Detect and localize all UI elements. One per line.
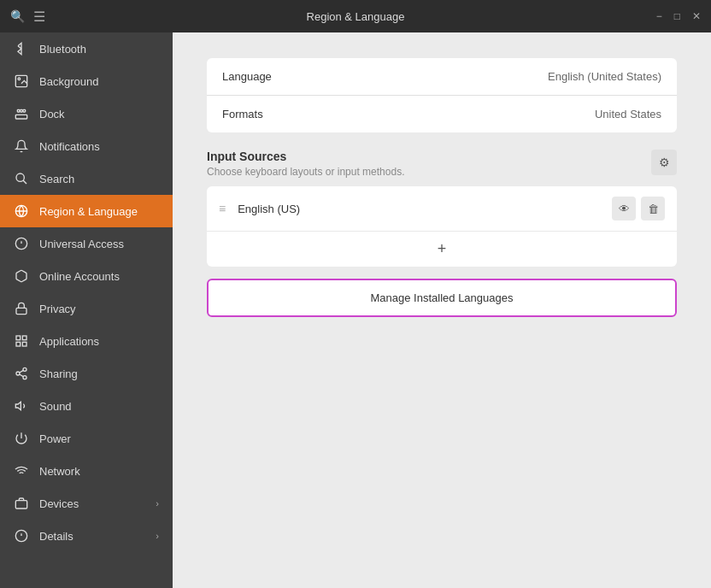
sound-icon	[14, 398, 29, 414]
svg-rect-3	[17, 109, 20, 112]
sidebar-item-power[interactable]: Power	[0, 422, 173, 455]
background-icon	[14, 74, 29, 89]
input-source-preview-button[interactable]: 👁	[612, 197, 636, 220]
sidebar-item-details[interactable]: Details›	[0, 520, 173, 552]
online-accounts-icon	[14, 268, 29, 284]
window-controls: − □ ✕	[656, 11, 701, 21]
app-body: BluetoothBackgroundDockNotificationsSear…	[0, 32, 711, 588]
universal-access-icon	[14, 236, 29, 251]
input-source-actions: 👁 🗑	[612, 197, 665, 220]
sidebar-item-label-power: Power	[39, 432, 71, 445]
sidebar-item-sharing[interactable]: Sharing	[0, 357, 173, 390]
details-icon	[14, 528, 29, 544]
svg-line-20	[20, 374, 24, 377]
sidebar-item-background[interactable]: Background	[0, 65, 173, 97]
close-button[interactable]: ✕	[692, 11, 701, 21]
minimize-button[interactable]: −	[656, 11, 662, 21]
svg-rect-14	[22, 336, 26, 340]
input-sources-header: Input Sources Choose keyboard layouts or…	[207, 150, 677, 178]
svg-point-19	[23, 376, 26, 379]
language-label: Language	[222, 70, 272, 83]
window-title: Region & Language	[307, 10, 405, 23]
formats-label: Formats	[222, 108, 263, 121]
sidebar-item-dock[interactable]: Dock	[0, 97, 173, 130]
input-sources-gear-button[interactable]: ⚙	[651, 150, 677, 175]
sidebar-item-label-devices: Devices	[39, 497, 79, 510]
svg-point-1	[18, 78, 21, 80]
sidebar-item-label-privacy: Privacy	[39, 303, 76, 315]
titlebar-menu-button[interactable]: ☰	[33, 9, 45, 25]
manage-installed-languages-button[interactable]: Manage Installed Languages	[207, 279, 677, 317]
content-area: Language English (United States) Formats…	[173, 32, 711, 588]
sidebar-item-online-accounts[interactable]: Online Accounts	[0, 260, 173, 292]
titlebar-left: 🔍 ☰	[10, 9, 45, 25]
formats-row[interactable]: Formats United States	[207, 96, 677, 132]
sidebar-item-label-sound: Sound	[39, 400, 72, 413]
svg-point-6	[16, 173, 24, 181]
trash-icon: 🗑	[648, 203, 659, 215]
svg-point-17	[23, 368, 26, 371]
applications-icon	[14, 333, 29, 349]
bluetooth-icon	[14, 41, 29, 56]
details-chevron-icon: ›	[156, 531, 159, 541]
sidebar-item-region-language[interactable]: Region & Language	[0, 195, 173, 227]
svg-point-18	[16, 372, 20, 375]
language-formats-card: Language English (United States) Formats…	[207, 58, 677, 132]
svg-rect-15	[16, 342, 21, 346]
input-sources-title: Input Sources	[207, 150, 404, 163]
sidebar-item-label-sharing: Sharing	[39, 368, 78, 380]
sidebar-item-sound[interactable]: Sound	[0, 390, 173, 422]
language-value: English (United States)	[548, 70, 661, 83]
devices-chevron-icon: ›	[156, 498, 159, 509]
sidebar-item-search[interactable]: Search	[0, 162, 173, 195]
sidebar-item-applications[interactable]: Applications	[0, 325, 173, 357]
svg-rect-5	[23, 109, 26, 112]
maximize-button[interactable]: □	[674, 11, 680, 21]
gear-icon: ⚙	[659, 156, 670, 169]
formats-value: United States	[595, 108, 661, 121]
sidebar-item-notifications[interactable]: Notifications	[0, 130, 173, 162]
input-source-delete-button[interactable]: 🗑	[641, 197, 665, 220]
sharing-icon	[14, 366, 29, 381]
eye-icon: 👁	[619, 203, 630, 215]
sidebar: BluetoothBackgroundDockNotificationsSear…	[0, 32, 173, 588]
svg-rect-16	[22, 342, 26, 346]
svg-line-21	[20, 370, 24, 373]
region-language-icon	[14, 203, 29, 219]
sidebar-item-label-region-language: Region & Language	[39, 205, 138, 218]
titlebar: 🔍 ☰ Region & Language − □ ✕	[0, 0, 711, 32]
input-sources-text: Input Sources Choose keyboard layouts or…	[207, 150, 404, 178]
notifications-icon	[14, 138, 29, 154]
svg-marker-22	[15, 402, 21, 409]
add-input-source-row[interactable]: +	[207, 232, 677, 267]
sidebar-item-label-network: Network	[39, 465, 80, 478]
drag-handle-icon: ≡	[219, 202, 226, 215]
sidebar-item-label-bluetooth: Bluetooth	[39, 43, 86, 56]
svg-rect-2	[15, 115, 26, 119]
sidebar-item-devices[interactable]: Devices›	[0, 487, 173, 520]
svg-rect-4	[21, 109, 23, 112]
sidebar-item-label-universal-access: Universal Access	[39, 238, 124, 250]
power-icon	[14, 431, 29, 446]
sidebar-item-label-details: Details	[39, 530, 73, 543]
svg-rect-24	[15, 501, 26, 509]
sidebar-item-label-dock: Dock	[39, 108, 65, 121]
sidebar-item-privacy[interactable]: Privacy	[0, 292, 173, 325]
sidebar-item-network[interactable]: Network	[0, 455, 173, 487]
titlebar-search-icon: 🔍	[10, 9, 25, 23]
sidebar-item-label-notifications: Notifications	[39, 140, 100, 153]
privacy-icon	[14, 301, 29, 316]
dock-icon	[14, 106, 29, 121]
language-row[interactable]: Language English (United States)	[207, 58, 677, 96]
svg-rect-13	[16, 336, 21, 340]
sidebar-item-label-online-accounts: Online Accounts	[39, 270, 120, 283]
input-source-name: English (US)	[238, 203, 603, 215]
input-source-row: ≡ English (US) 👁 🗑	[207, 186, 677, 232]
search-icon	[14, 171, 29, 186]
network-icon	[14, 463, 29, 479]
add-icon: +	[438, 240, 447, 258]
sidebar-item-universal-access[interactable]: Universal Access	[0, 227, 173, 260]
svg-line-7	[23, 180, 26, 184]
sidebar-item-bluetooth[interactable]: Bluetooth	[0, 32, 173, 65]
input-sources-subtitle: Choose keyboard layouts or input methods…	[207, 166, 404, 178]
